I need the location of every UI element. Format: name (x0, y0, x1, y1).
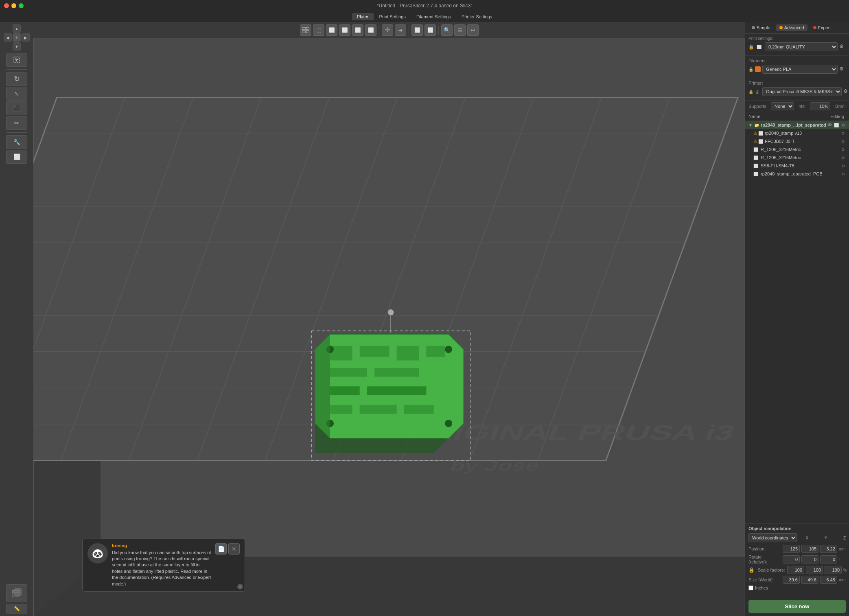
toolbar-paste-btn[interactable]: ⬜ (339, 24, 350, 36)
printer-select[interactable]: Original Prusa i3 MK3S & MK3S+ (762, 87, 842, 96)
inches-checkbox[interactable] (748, 585, 753, 590)
position-z-input[interactable] (820, 545, 837, 553)
cut-btn[interactable]: ⬛ (6, 101, 27, 115)
coord-system-select[interactable]: World coordinates (748, 533, 797, 542)
toolbar-paste2-btn[interactable]: ⬜ (424, 24, 436, 36)
item-settings-btn-3[interactable]: ⚙ (840, 147, 846, 152)
move-up-btn[interactable]: ▲ (13, 24, 21, 33)
filament-settings-icon[interactable]: ⚙ (839, 66, 846, 72)
tab-print-settings[interactable]: Print Settings (374, 13, 411, 20)
item-name: rp2040_stamp v13 (765, 131, 840, 136)
printer-lock-icon: 🔒 (748, 90, 753, 94)
infill-input[interactable] (810, 102, 831, 110)
move-center-btn[interactable]: + (13, 33, 21, 42)
toolbar-copy2-btn[interactable]: ⬜ (411, 24, 423, 36)
edit-btn[interactable]: ⬜ (834, 122, 839, 128)
viewport-3d[interactable]: ORIGINAL PRUSA i3 MK by Jose (33, 38, 745, 616)
printer-section: Printer: 🔒 🖨 Original Prusa i3 MK3S & MK… (745, 78, 849, 101)
move-left-btn[interactable]: ◀ (4, 33, 12, 42)
item-settings-btn-4[interactable]: ⚙ (840, 155, 846, 160)
scale-y-input[interactable] (806, 566, 823, 574)
item-settings-btn-5[interactable]: ⚙ (840, 163, 846, 169)
ruler-btn[interactable]: 📏 (6, 604, 27, 614)
toolbar-select-btn[interactable]: ⬚ (313, 24, 324, 36)
scale-btn[interactable]: ⤡ (6, 87, 27, 101)
rotate-y-input[interactable] (801, 555, 818, 563)
mode-simple-dot (752, 26, 755, 29)
size-row: Size [World]: mm (748, 576, 846, 584)
list-item[interactable]: ⬜ R_1206_3216Metric ⚙ (745, 145, 849, 153)
move-right-btn[interactable]: ▶ (22, 33, 30, 42)
printer-settings-icon[interactable]: ⚙ (843, 88, 848, 95)
toolbar-copy-btn[interactable]: ⬜ (326, 24, 337, 36)
mode-expert-btn[interactable]: Expert (810, 24, 834, 31)
supports-select[interactable]: None (771, 102, 794, 110)
size-y-input[interactable] (801, 576, 818, 584)
list-item[interactable]: ⚠ ⬜ rp2040_stamp v13 ⚙ (745, 129, 849, 137)
minimize-button[interactable] (11, 3, 16, 8)
slice-now-button[interactable]: Slice now (748, 600, 846, 613)
mode-advanced-btn[interactable]: Advanced (776, 24, 807, 31)
scale-z-input[interactable] (825, 566, 842, 574)
group-name: rp2040_stamp_...lpt_separated (761, 123, 827, 127)
toolbar-add-btn[interactable]: ✛ (382, 24, 393, 36)
infill-label: Infill: (797, 104, 807, 109)
toolbar-split-btn[interactable]: ⬜ (365, 24, 376, 36)
close-button[interactable] (4, 3, 9, 8)
toast-notification: 🐼 Ironing Did you know that you can smoo… (82, 539, 245, 592)
list-item[interactable]: ⚠ ⬜ FFC3B07-30-T ⚙ (745, 137, 849, 145)
quality-row: 🔒 ⬜ 0.20mm QUALITY ⚙ (748, 42, 846, 51)
edit-icons-5: ⚙ (840, 163, 846, 169)
toolbar-layers-btn[interactable]: ☰ (454, 24, 466, 36)
mode-simple-btn[interactable]: Simple (748, 24, 774, 31)
move-down-btn[interactable]: ▼ (13, 42, 21, 50)
brim-label: Brim: (835, 104, 846, 109)
position-x-input[interactable] (783, 545, 800, 553)
toolbar-divider-2 (409, 26, 409, 35)
list-item[interactable]: ⬜ rp2040_stamp...eparated_PCB ⚙ (745, 170, 849, 178)
item-settings-btn-6[interactable]: ⚙ (840, 171, 846, 177)
svg-rect-37 (360, 346, 389, 357)
svg-rect-42 (330, 386, 360, 395)
toolbar-move-btn[interactable]: ➜ (395, 24, 406, 36)
scale-x-input[interactable] (787, 566, 804, 574)
toolbar-undo-btn[interactable]: ↩ (467, 24, 479, 36)
settings-btn[interactable]: ⚙ (840, 122, 846, 128)
position-y-input[interactable] (801, 545, 818, 553)
item-settings-btn-1[interactable]: ⚙ (840, 130, 846, 136)
position-label: Position: (748, 546, 781, 551)
item-settings-btn-2[interactable]: ⚙ (840, 138, 846, 144)
toast-dismiss-small[interactable]: ✕ (237, 584, 243, 590)
scale-lock-icon[interactable]: 🔒 (748, 567, 755, 573)
size-x-input[interactable] (783, 576, 800, 584)
rotate-z-input[interactable] (820, 555, 837, 563)
rotate-btn[interactable]: ↻ (6, 72, 27, 86)
toolbar-mirror-btn[interactable]: ⬜ (352, 24, 363, 36)
filament-select[interactable]: Generic PLA (762, 65, 838, 74)
quality-settings-icon[interactable]: ⚙ (839, 44, 846, 50)
toolbar-view3d-btn[interactable] (300, 24, 311, 36)
maximize-button[interactable] (19, 3, 24, 8)
mesh-icon-2: ⬜ (758, 139, 763, 144)
visibility-eye-icon[interactable]: 👁 (827, 123, 832, 127)
quality-select[interactable]: 0.20mm QUALITY (765, 42, 838, 51)
list-item[interactable]: ⬜ SS8-PH-SM4-T8 ⚙ (745, 162, 849, 170)
toast-close-button[interactable]: ✕ (228, 543, 240, 555)
rotate-x-input[interactable] (783, 555, 800, 563)
support-btn[interactable]: 🔧 (6, 135, 27, 149)
tab-plater[interactable]: Plater (352, 13, 374, 20)
toast-doc-button[interactable]: 📄 (215, 543, 227, 555)
view-cube-btn[interactable] (6, 584, 27, 602)
tab-filament-settings[interactable]: Filament Settings (411, 13, 456, 20)
list-item[interactable]: ▼ 📁 rp2040_stamp_...lpt_separated 👁 ⬜ ⚙ (745, 121, 849, 129)
seam-btn[interactable]: ⬜ (6, 150, 27, 164)
tab-printer-settings[interactable]: Printer Settings (457, 13, 497, 20)
col-name-header: Name (748, 114, 830, 119)
list-item[interactable]: ⬜ R_1206_3216Metric ⚙ (745, 153, 849, 162)
print-settings-row: Print settings: (748, 36, 846, 41)
paint-btn[interactable]: ✏ (6, 116, 27, 130)
size-z-input[interactable] (820, 576, 837, 584)
toolbar-zoom-btn[interactable]: 🔍 (441, 24, 453, 36)
svg-rect-41 (374, 368, 419, 377)
select-tool-btn[interactable] (6, 53, 27, 67)
